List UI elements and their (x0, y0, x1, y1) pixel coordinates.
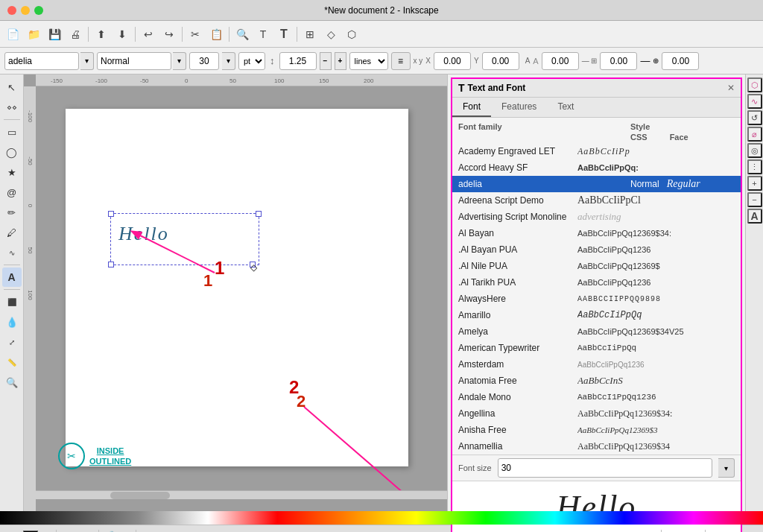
rm-btn-1[interactable]: ⬡ (747, 77, 762, 92)
ellipse-tool[interactable]: ◯ (2, 142, 22, 162)
handle-tl[interactable] (108, 211, 114, 217)
font-row[interactable]: Academy Engraved LET AaBbCcIiPp (452, 143, 741, 159)
extra-input[interactable] (662, 52, 699, 70)
font-row[interactable]: .Al Nile PUA AaBbCcIiPpQq12369$ (452, 258, 741, 274)
handle-br[interactable]: ◇ (250, 262, 256, 267)
y-input[interactable] (482, 52, 519, 70)
export-btn[interactable]: ⬇ (113, 25, 132, 44)
font-size-field[interactable] (498, 458, 712, 478)
copy-btn[interactable]: ✂ (186, 25, 205, 44)
rm-btn-9[interactable]: A (747, 209, 762, 224)
x-input[interactable] (434, 52, 471, 70)
rm-btn-5[interactable]: ◎ (747, 143, 762, 158)
font-unit-select[interactable]: ptpxem (238, 52, 265, 70)
font-row[interactable]: Adreena Script Demo AaBbCcIiPpCl (452, 192, 741, 209)
measure-tool[interactable]: 📏 (2, 352, 22, 372)
text-toolbar: ▾ ▾ ▾ ptpxem ↕ − + lines% ≡ x y X Y A A … (0, 48, 763, 75)
connector-tool[interactable]: ⤢ (2, 332, 22, 352)
font-row-selected[interactable]: adelia Normal Regular (452, 176, 741, 192)
text-tool[interactable]: A (2, 267, 22, 287)
font-row[interactable]: AlwaysHere AABBCCIIPPQQ9898 (452, 291, 741, 307)
font-name-label: Advertising Script Monoline (458, 212, 577, 222)
node-btn[interactable]: ◇ (321, 25, 341, 44)
rm-btn-6[interactable]: ⋮ (747, 159, 762, 174)
font-row[interactable]: Andale Mono AaBbCcI1PpQq1236 (452, 389, 741, 405)
pencil-tool[interactable]: ✏ (2, 203, 22, 222)
lines-select[interactable]: lines% (349, 52, 388, 70)
tab-font[interactable]: Font (452, 98, 491, 117)
font-size-dropdown[interactable]: ▾ (718, 458, 735, 478)
line-spacing-minus[interactable]: − (320, 52, 332, 70)
font-row[interactable]: Amelya AaBbCcIiPpQq12369$34V25 (452, 323, 741, 340)
font-row[interactable]: Anisha Free AaBbCcIiPpQq12369$3 (452, 422, 741, 438)
handle-tr[interactable] (256, 211, 262, 217)
rm-btn-3[interactable]: ↺ (747, 110, 762, 125)
rect-tool[interactable]: ▭ (2, 122, 22, 142)
redo-btn[interactable]: ↪ (159, 25, 179, 44)
font-name-input[interactable] (4, 52, 79, 70)
zoom-in-btn[interactable]: 🔍 (232, 25, 252, 44)
font-row[interactable]: .Al Bayan PUA AaBbCcIiPpQq1236 (452, 241, 741, 258)
font-size-input[interactable] (189, 52, 219, 70)
rm-btn-2[interactable]: ∿ (747, 94, 762, 109)
tab-features[interactable]: Features (491, 98, 547, 117)
zoom-out-btn[interactable]: T (253, 25, 273, 44)
font-row[interactable]: Annamellia AaBbCcIiPpQq12369$34 (452, 438, 741, 455)
h-scrollbar[interactable] (36, 490, 447, 499)
font-row[interactable]: Angellina AaBbCcIiPpQq12369$34: (452, 405, 741, 422)
undo-btn[interactable]: ↩ (139, 25, 158, 44)
canvas-content[interactable]: ◇ Hello 1 2 1 2 (36, 86, 447, 499)
tab-text[interactable]: Text (547, 98, 584, 117)
calligraphy-tool[interactable]: ∿ (2, 243, 22, 262)
line-spacing-input[interactable] (279, 52, 317, 70)
path-btn[interactable]: ⬡ (342, 25, 361, 44)
line-spacing-plus[interactable]: + (335, 52, 346, 70)
import-btn[interactable]: ⬆ (92, 25, 111, 44)
font-row[interactable]: Accord Heavy SF AaBbCcIiPpQq: (452, 159, 741, 176)
font-name-dropdown[interactable]: ▾ (80, 52, 94, 70)
font-style-dropdown[interactable]: ▾ (173, 52, 186, 70)
font-row[interactable]: Amarillo AaBbCcIiPpQq (452, 307, 741, 323)
color-palette-bar[interactable] (0, 511, 763, 525)
font-row[interactable]: Amsterdam AaBbCcIiPpQq1236 (452, 356, 741, 373)
save-btn[interactable]: 💾 (45, 25, 64, 44)
print-btn[interactable]: 🖨 (66, 25, 85, 44)
font-row[interactable]: Advertising Script Monoline advertising (452, 209, 741, 225)
node-tool[interactable]: ⋄⋄ (2, 98, 22, 117)
w-input[interactable] (600, 52, 637, 70)
close-button[interactable] (7, 6, 16, 15)
dropper-tool[interactable]: 💧 (2, 312, 22, 332)
font-row[interactable]: Al Bayan AaBbCcIiPpQq12369$34: (452, 225, 741, 241)
canvas-area[interactable]: -150 -100 -50 0 50 100 150 200 -100 -50 … (24, 75, 447, 511)
font-style-input[interactable] (97, 52, 171, 70)
maximize-button[interactable] (34, 6, 43, 15)
star-tool[interactable]: ★ (2, 162, 22, 182)
panel-close-button[interactable]: ✕ (727, 83, 735, 93)
font-name-label: Annamellia (458, 441, 577, 452)
text-align-btn[interactable]: ≡ (391, 52, 411, 70)
gradient-tool[interactable]: ⬛ (2, 292, 22, 311)
rm-btn-8[interactable]: − (747, 192, 762, 207)
font-row[interactable]: American Typewriter AaBbCcIiPpQq (452, 340, 741, 356)
font-row[interactable]: Anatomia Free AaBbCcInS (452, 373, 741, 389)
aa-input[interactable] (542, 52, 579, 70)
font-row[interactable]: .Al Tarikh PUA AaBbCcIiPpQq1236 (452, 274, 741, 291)
spiral-tool[interactable]: @ (2, 183, 22, 202)
text-tool-btn[interactable]: T (274, 25, 294, 44)
canvas-text[interactable]: Hello (118, 223, 169, 245)
handle-bl[interactable] (108, 262, 114, 267)
zoom-tool[interactable]: 🔍 (2, 373, 22, 392)
paste-btn[interactable]: 📋 (206, 25, 226, 44)
pen-tool[interactable]: 🖊 (2, 223, 22, 242)
minimize-button[interactable] (21, 6, 30, 15)
align-btn[interactable]: ⊞ (300, 25, 320, 44)
font-list[interactable]: Academy Engraved LET AaBbCcIiPp Accord H… (452, 143, 741, 455)
rm-btn-7[interactable]: + (747, 176, 762, 191)
rm-btn-4[interactable]: ⌀ (747, 127, 762, 142)
h-scrollbar-thumb[interactable] (110, 492, 170, 499)
select-tool[interactable]: ↖ (2, 77, 22, 97)
text-selection-box[interactable]: ◇ Hello (110, 213, 259, 265)
new-btn[interactable]: 📄 (3, 25, 22, 44)
open-btn[interactable]: 📁 (24, 25, 43, 44)
font-size-dropdown[interactable]: ▾ (222, 52, 235, 70)
